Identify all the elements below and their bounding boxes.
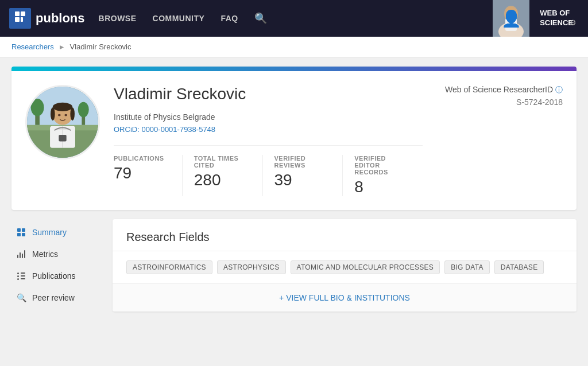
profile-orcid: ORCiD: 0000-0001-7938-5748 [114, 125, 423, 134]
breadcrumb-current: Vladimir Sreckovic [70, 42, 131, 51]
wos-id-section: Web of Science ResearcherID ⓘ S-5724-201… [436, 85, 563, 196]
wos-id-label: Web of Science ResearcherID ⓘ [436, 85, 563, 95]
stat-verified-reviews: VERIFIED REVIEWS 39 [274, 155, 343, 196]
breadcrumb: Researchers ► Vladimir Sreckovic [0, 37, 588, 57]
svg-rect-3 [21, 17, 23, 22]
sidebar-publications-label: Publications [32, 271, 76, 281]
profile-card: Vladimir Sreckovic Institute of Physics … [11, 67, 577, 210]
tag-atomic-molecular[interactable]: ATOMIC AND MOLECULAR PROCESSES [291, 260, 440, 274]
tag-big-data[interactable]: BIG DATA [444, 260, 490, 274]
avatar [25, 85, 100, 159]
peer-review-icon: 🔍 [16, 293, 26, 303]
navbar: publons BROWSE COMMUNITY FAQ 🔍 WEB OFSCI… [0, 0, 588, 37]
sidebar-metrics-label: Metrics [32, 250, 58, 259]
sidebar-summary-label: Summary [32, 228, 67, 237]
research-fields-tags: ASTROINFORMATICS ASTROPHYSICS ATOMIC AND… [113, 251, 577, 283]
grid-icon [16, 227, 26, 237]
stat-publications: PUBLICATIONS 79 [114, 155, 183, 196]
sidebar-nav: Summary Metrics [11, 219, 103, 312]
tag-astrophysics[interactable]: ASTROPHYSICS [217, 260, 286, 274]
gear-icon[interactable]: ⚙ [570, 18, 577, 27]
sidebar-item-publications[interactable]: Publications [11, 265, 103, 287]
help-icon[interactable]: ⓘ [555, 85, 563, 94]
svg-point-22 [53, 103, 72, 111]
sidebar-item-summary[interactable]: Summary [11, 221, 103, 243]
svg-rect-0 [15, 11, 20, 16]
list-icon [16, 271, 26, 281]
stat-editor-records: VERIFIED EDITOR RECORDS 8 [354, 155, 423, 196]
nav-links: BROWSE COMMUNITY FAQ 🔍 [99, 12, 493, 25]
tag-database[interactable]: DATABASE [494, 260, 544, 274]
nav-community[interactable]: COMMUNITY [153, 14, 205, 23]
svg-point-16 [78, 102, 89, 118]
wos-banner: WEB OFSCIENCE ⚙ [493, 0, 579, 37]
view-full-bio-button[interactable]: + VIEW FULL BIO & INSTITUTIONS [113, 283, 577, 312]
logo[interactable]: publons [9, 8, 85, 29]
profile-stats: PUBLICATIONS 79 TOTAL TIMES CITED 280 VE… [114, 145, 423, 196]
profile-top-bar [11, 67, 577, 71]
bar-chart-icon [16, 249, 26, 259]
svg-point-26 [64, 114, 67, 116]
nav-browse[interactable]: BROWSE [99, 14, 137, 23]
svg-rect-2 [15, 17, 20, 22]
sidebar-peer-review-label: Peer review [32, 293, 75, 302]
content-panel: Research Fields ASTROINFORMATICS ASTROPH… [113, 219, 577, 312]
profile-info: Vladimir Sreckovic Institute of Physics … [114, 85, 423, 196]
svg-point-24 [70, 107, 75, 120]
profile-institution: Institute of Physics Belgrade [114, 112, 423, 122]
stat-times-cited: TOTAL TIMES CITED 280 [194, 155, 263, 196]
breadcrumb-parent[interactable]: Researchers [11, 42, 54, 51]
breadcrumb-separator: ► [59, 43, 65, 51]
svg-rect-20 [59, 135, 66, 141]
svg-point-14 [31, 99, 44, 116]
logo-wordmark: publons [36, 11, 85, 26]
svg-rect-8 [505, 18, 517, 31]
tag-astroinformatics[interactable]: ASTROINFORMATICS [126, 260, 212, 274]
svg-point-23 [51, 107, 55, 120]
sidebar-item-peer-review[interactable]: 🔍 Peer review [11, 287, 103, 309]
svg-point-7 [505, 7, 517, 18]
wos-id-value: S-5724-2018 [436, 98, 563, 107]
sidebar-item-metrics[interactable]: Metrics [11, 243, 103, 265]
nav-faq[interactable]: FAQ [220, 14, 238, 23]
lower-section: Summary Metrics [11, 219, 577, 312]
svg-rect-1 [21, 11, 25, 16]
profile-name: Vladimir Sreckovic [114, 85, 423, 103]
wos-label: WEB OFSCIENCE [535, 9, 573, 28]
search-icon[interactable]: 🔍 [254, 12, 267, 25]
profile-body: Vladimir Sreckovic Institute of Physics … [11, 71, 577, 210]
wos-thumbnail [493, 0, 529, 37]
svg-point-25 [58, 114, 61, 116]
research-fields-title: Research Fields [113, 219, 577, 251]
logo-box [9, 8, 31, 29]
main-content: Vladimir Sreckovic Institute of Physics … [0, 57, 588, 321]
